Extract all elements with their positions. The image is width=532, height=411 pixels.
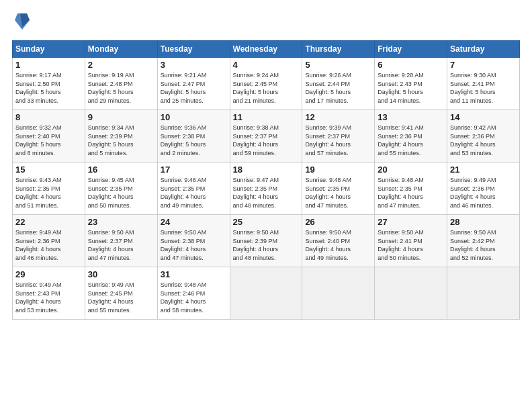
day-number: 19 bbox=[305, 165, 371, 175]
calendar-week-0: 1Sunrise: 9:17 AM Sunset: 2:50 PM Daylig… bbox=[13, 58, 520, 110]
day-number: 18 bbox=[233, 165, 300, 175]
calendar-cell: 26Sunrise: 9:50 AM Sunset: 2:40 PM Dayli… bbox=[302, 215, 375, 267]
day-number: 31 bbox=[161, 269, 227, 279]
calendar-cell: 18Sunrise: 9:47 AM Sunset: 2:35 PM Dayli… bbox=[230, 163, 302, 215]
weekday-header-row: SundayMondayTuesdayWednesdayThursdayFrid… bbox=[13, 41, 520, 58]
day-info: Sunrise: 9:28 AM Sunset: 2:43 PM Dayligh… bbox=[378, 71, 444, 105]
day-info: Sunrise: 9:49 AM Sunset: 2:43 PM Dayligh… bbox=[15, 281, 82, 314]
day-info: Sunrise: 9:50 AM Sunset: 2:41 PM Dayligh… bbox=[378, 228, 444, 262]
day-number: 22 bbox=[15, 217, 82, 227]
day-number: 12 bbox=[305, 112, 371, 122]
day-info: Sunrise: 9:34 AM Sunset: 2:39 PM Dayligh… bbox=[88, 124, 154, 157]
day-info: Sunrise: 9:26 AM Sunset: 2:44 PM Dayligh… bbox=[305, 71, 371, 105]
day-info: Sunrise: 9:43 AM Sunset: 2:35 PM Dayligh… bbox=[15, 176, 82, 210]
day-number: 16 bbox=[88, 165, 154, 175]
day-info: Sunrise: 9:47 AM Sunset: 2:35 PM Dayligh… bbox=[233, 176, 300, 210]
weekday-header-thursday: Thursday bbox=[302, 41, 375, 58]
day-info: Sunrise: 9:24 AM Sunset: 2:45 PM Dayligh… bbox=[233, 71, 300, 105]
day-info: Sunrise: 9:49 AM Sunset: 2:45 PM Dayligh… bbox=[88, 281, 154, 314]
day-number: 25 bbox=[233, 217, 300, 227]
calendar-cell: 12Sunrise: 9:39 AM Sunset: 2:37 PM Dayli… bbox=[302, 110, 375, 163]
day-number: 20 bbox=[378, 165, 444, 175]
calendar-cell: 22Sunrise: 9:49 AM Sunset: 2:36 PM Dayli… bbox=[13, 215, 85, 267]
day-number: 8 bbox=[15, 112, 82, 122]
day-number: 29 bbox=[15, 269, 82, 279]
page: SundayMondayTuesdayWednesdayThursdayFrid… bbox=[0, 0, 532, 411]
weekday-header-tuesday: Tuesday bbox=[157, 41, 230, 58]
day-info: Sunrise: 9:49 AM Sunset: 2:36 PM Dayligh… bbox=[450, 176, 517, 210]
calendar-cell bbox=[302, 267, 375, 320]
day-info: Sunrise: 9:21 AM Sunset: 2:47 PM Dayligh… bbox=[161, 71, 227, 105]
calendar-cell: 5Sunrise: 9:26 AM Sunset: 2:44 PM Daylig… bbox=[302, 58, 375, 110]
calendar-cell: 11Sunrise: 9:38 AM Sunset: 2:37 PM Dayli… bbox=[230, 110, 302, 163]
day-info: Sunrise: 9:50 AM Sunset: 2:38 PM Dayligh… bbox=[161, 228, 227, 262]
calendar-cell: 19Sunrise: 9:48 AM Sunset: 2:35 PM Dayli… bbox=[302, 163, 375, 215]
day-info: Sunrise: 9:36 AM Sunset: 2:38 PM Dayligh… bbox=[161, 124, 227, 157]
day-number: 9 bbox=[88, 112, 154, 122]
day-number: 5 bbox=[305, 60, 371, 70]
logo bbox=[12, 12, 30, 34]
calendar-cell bbox=[375, 267, 447, 320]
day-info: Sunrise: 9:38 AM Sunset: 2:37 PM Dayligh… bbox=[233, 124, 300, 157]
calendar-cell: 15Sunrise: 9:43 AM Sunset: 2:35 PM Dayli… bbox=[13, 163, 85, 215]
weekday-header-friday: Friday bbox=[375, 41, 447, 58]
day-number: 6 bbox=[378, 60, 444, 70]
logo-icon bbox=[15, 12, 30, 34]
calendar-cell: 27Sunrise: 9:50 AM Sunset: 2:41 PM Dayli… bbox=[375, 215, 447, 267]
day-number: 10 bbox=[161, 112, 227, 122]
day-number: 30 bbox=[88, 269, 154, 279]
day-number: 26 bbox=[305, 217, 371, 227]
calendar-cell: 31Sunrise: 9:48 AM Sunset: 2:46 PM Dayli… bbox=[157, 267, 230, 320]
day-info: Sunrise: 9:42 AM Sunset: 2:36 PM Dayligh… bbox=[450, 124, 517, 157]
calendar-body: 1Sunrise: 9:17 AM Sunset: 2:50 PM Daylig… bbox=[13, 58, 520, 320]
day-info: Sunrise: 9:48 AM Sunset: 2:35 PM Dayligh… bbox=[378, 176, 444, 210]
calendar-cell: 23Sunrise: 9:50 AM Sunset: 2:37 PM Dayli… bbox=[85, 215, 157, 267]
calendar-table: SundayMondayTuesdayWednesdayThursdayFrid… bbox=[12, 40, 520, 320]
day-number: 27 bbox=[378, 217, 444, 227]
calendar-week-1: 8Sunrise: 9:32 AM Sunset: 2:40 PM Daylig… bbox=[13, 110, 520, 163]
calendar-cell: 25Sunrise: 9:50 AM Sunset: 2:39 PM Dayli… bbox=[230, 215, 302, 267]
calendar-cell: 1Sunrise: 9:17 AM Sunset: 2:50 PM Daylig… bbox=[13, 58, 85, 110]
day-number: 17 bbox=[161, 165, 227, 175]
day-number: 15 bbox=[15, 165, 82, 175]
day-info: Sunrise: 9:50 AM Sunset: 2:37 PM Dayligh… bbox=[88, 228, 154, 262]
day-info: Sunrise: 9:46 AM Sunset: 2:35 PM Dayligh… bbox=[161, 176, 227, 210]
day-info: Sunrise: 9:50 AM Sunset: 2:40 PM Dayligh… bbox=[305, 228, 371, 262]
calendar-cell: 7Sunrise: 9:30 AM Sunset: 2:41 PM Daylig… bbox=[447, 58, 520, 110]
day-info: Sunrise: 9:45 AM Sunset: 2:35 PM Dayligh… bbox=[88, 176, 154, 210]
calendar-cell: 10Sunrise: 9:36 AM Sunset: 2:38 PM Dayli… bbox=[157, 110, 230, 163]
calendar-cell bbox=[447, 267, 520, 320]
calendar-cell: 21Sunrise: 9:49 AM Sunset: 2:36 PM Dayli… bbox=[447, 163, 520, 215]
day-info: Sunrise: 9:39 AM Sunset: 2:37 PM Dayligh… bbox=[305, 124, 371, 157]
day-info: Sunrise: 9:41 AM Sunset: 2:36 PM Dayligh… bbox=[378, 124, 444, 157]
day-number: 21 bbox=[450, 165, 517, 175]
day-number: 28 bbox=[450, 217, 517, 227]
calendar-cell: 14Sunrise: 9:42 AM Sunset: 2:36 PM Dayli… bbox=[447, 110, 520, 163]
weekday-header-monday: Monday bbox=[85, 41, 157, 58]
calendar-cell: 29Sunrise: 9:49 AM Sunset: 2:43 PM Dayli… bbox=[13, 267, 85, 320]
header bbox=[12, 12, 520, 34]
calendar-cell bbox=[230, 267, 302, 320]
calendar-cell: 17Sunrise: 9:46 AM Sunset: 2:35 PM Dayli… bbox=[157, 163, 230, 215]
day-info: Sunrise: 9:30 AM Sunset: 2:41 PM Dayligh… bbox=[450, 71, 517, 105]
day-info: Sunrise: 9:19 AM Sunset: 2:48 PM Dayligh… bbox=[88, 71, 154, 105]
day-number: 4 bbox=[233, 60, 300, 70]
day-number: 2 bbox=[88, 60, 154, 70]
calendar-cell: 4Sunrise: 9:24 AM Sunset: 2:45 PM Daylig… bbox=[230, 58, 302, 110]
weekday-header-wednesday: Wednesday bbox=[230, 41, 302, 58]
calendar-cell: 3Sunrise: 9:21 AM Sunset: 2:47 PM Daylig… bbox=[157, 58, 230, 110]
calendar-cell: 6Sunrise: 9:28 AM Sunset: 2:43 PM Daylig… bbox=[375, 58, 447, 110]
calendar-cell: 28Sunrise: 9:50 AM Sunset: 2:42 PM Dayli… bbox=[447, 215, 520, 267]
day-number: 14 bbox=[450, 112, 517, 122]
calendar-cell: 20Sunrise: 9:48 AM Sunset: 2:35 PM Dayli… bbox=[375, 163, 447, 215]
calendar-week-2: 15Sunrise: 9:43 AM Sunset: 2:35 PM Dayli… bbox=[13, 163, 520, 215]
day-number: 3 bbox=[161, 60, 227, 70]
calendar-cell: 8Sunrise: 9:32 AM Sunset: 2:40 PM Daylig… bbox=[13, 110, 85, 163]
calendar-cell: 16Sunrise: 9:45 AM Sunset: 2:35 PM Dayli… bbox=[85, 163, 157, 215]
calendar-cell: 9Sunrise: 9:34 AM Sunset: 2:39 PM Daylig… bbox=[85, 110, 157, 163]
day-info: Sunrise: 9:32 AM Sunset: 2:40 PM Dayligh… bbox=[15, 124, 82, 157]
calendar-week-4: 29Sunrise: 9:49 AM Sunset: 2:43 PM Dayli… bbox=[13, 267, 520, 320]
day-number: 7 bbox=[450, 60, 517, 70]
day-info: Sunrise: 9:48 AM Sunset: 2:46 PM Dayligh… bbox=[161, 281, 227, 314]
day-number: 11 bbox=[233, 112, 300, 122]
